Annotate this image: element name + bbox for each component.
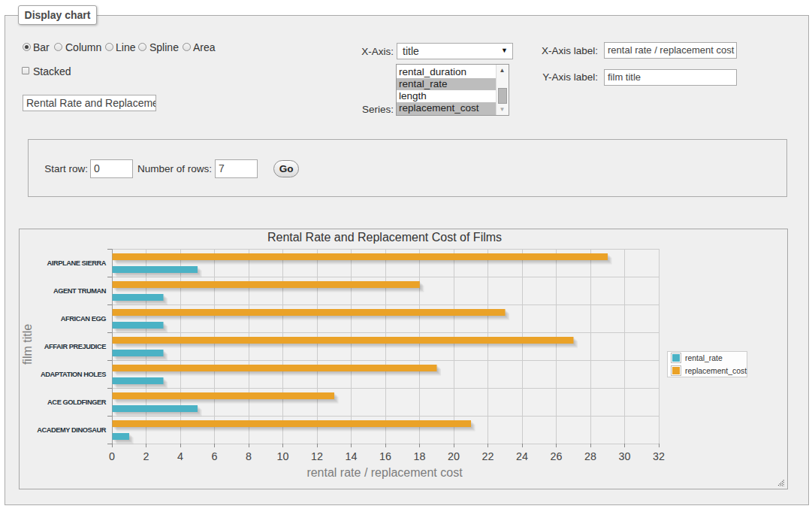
svg-text:AIRPLANE SIERRA: AIRPLANE SIERRA <box>47 259 107 267</box>
svg-text:32: 32 <box>653 450 665 462</box>
svg-text:10: 10 <box>277 450 289 462</box>
svg-text:22: 22 <box>482 450 494 462</box>
svg-text:20: 20 <box>448 450 460 462</box>
svg-text:film title: film title <box>21 324 34 365</box>
svg-text:8: 8 <box>246 450 252 462</box>
svg-text:26: 26 <box>551 450 563 462</box>
svg-text:ACE GOLDFINGER: ACE GOLDFINGER <box>47 398 107 406</box>
svg-text:Rental Rate and Replacement Co: Rental Rate and Replacement Cost of Film… <box>267 231 502 244</box>
svg-text:2: 2 <box>143 450 149 462</box>
svg-text:14: 14 <box>346 450 358 462</box>
svg-text:18: 18 <box>414 450 426 462</box>
svg-text:rental rate / replacement cost: rental rate / replacement cost <box>306 466 463 479</box>
svg-text:12: 12 <box>311 450 323 462</box>
svg-text:0: 0 <box>109 450 115 462</box>
svg-text:ACADEMY DINOSAUR: ACADEMY DINOSAUR <box>37 426 107 434</box>
svg-text:28: 28 <box>584 450 596 462</box>
svg-text:30: 30 <box>619 450 631 462</box>
svg-text:AFFAIR PREJUDICE: AFFAIR PREJUDICE <box>44 343 106 350</box>
svg-text:AFRICAN EGG: AFRICAN EGG <box>61 315 106 323</box>
svg-text:replacement_cost: replacement_cost <box>685 367 747 375</box>
svg-text:rental_rate: rental_rate <box>685 354 723 362</box>
svg-text:4: 4 <box>177 450 183 462</box>
svg-text:24: 24 <box>516 450 528 462</box>
svg-text:AGENT TRUMAN: AGENT TRUMAN <box>53 287 107 295</box>
svg-text:ADAPTATION HOLES: ADAPTATION HOLES <box>41 371 106 378</box>
svg-text:16: 16 <box>379 450 391 462</box>
svg-text:6: 6 <box>212 450 218 462</box>
